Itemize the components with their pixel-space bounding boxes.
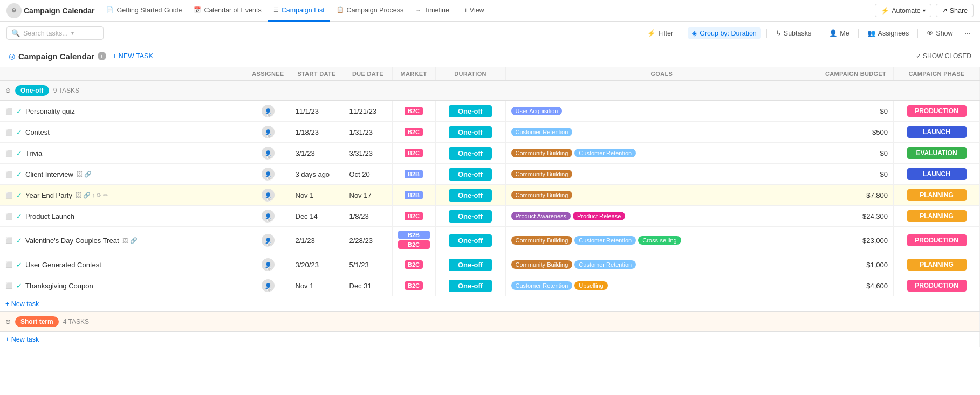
- goal-tag: Upselling: [574, 281, 607, 290]
- market-badge: B2C: [405, 107, 423, 115]
- assignee-cell: 👤: [252, 279, 284, 292]
- duration-cell: One-off: [435, 227, 505, 254]
- separator-2: [766, 29, 767, 38]
- goal-tag: Product Release: [573, 212, 625, 220]
- row-checkbox[interactable]: ⬜: [5, 171, 13, 178]
- task-name: Trivia: [25, 149, 42, 157]
- separator-5: [917, 29, 918, 38]
- goal-tag: Community Building: [511, 236, 573, 245]
- back-icon[interactable]: ◎: [9, 52, 15, 60]
- goals-cell: Community Building: [505, 185, 818, 206]
- goal-tag: Community Building: [511, 170, 573, 178]
- duration-badge: One-off: [449, 280, 492, 292]
- table-row: ⬜ ✓ Client Interview 🖼🔗 👤 3 days agoOct …: [0, 164, 980, 185]
- check-icon[interactable]: ✓: [16, 282, 22, 290]
- page-header: ◎ Campaign Calendar i + NEW TASK ✓ SHOW …: [0, 45, 980, 67]
- info-icon[interactable]: i: [98, 52, 106, 60]
- app-title: Campaign Calendar: [24, 6, 94, 15]
- goal-tag: Cross-selling: [638, 236, 681, 245]
- phase-badge: PLANNING: [907, 210, 967, 222]
- budget-cell: $7,800: [818, 185, 894, 206]
- subtasks-button[interactable]: ↳ Subtasks: [772, 27, 814, 39]
- goal-tag: Customer Retention: [574, 149, 636, 157]
- person-icon: 👤: [829, 29, 838, 37]
- separator-4: [858, 29, 859, 38]
- row-checkbox[interactable]: ⬜: [5, 192, 13, 199]
- row-checkbox[interactable]: ⬜: [5, 150, 13, 157]
- phase-badge: PLANNING: [907, 259, 967, 271]
- nav-tab-calendar-events[interactable]: 📅Calendar of Events: [188, 0, 266, 22]
- row-checkbox[interactable]: ⬜: [5, 108, 13, 115]
- task-action-icons: 🖼🔗: [77, 171, 92, 178]
- nav-tab-view[interactable]: + View: [456, 0, 490, 22]
- row-checkbox[interactable]: ⬜: [5, 237, 13, 244]
- share-button[interactable]: ↗ Share: [936, 4, 974, 17]
- show-button[interactable]: 👁 Show: [923, 28, 956, 39]
- phase-cell: PLANNING: [894, 206, 980, 227]
- group-by-button[interactable]: ◈ Group by: Duration: [688, 27, 761, 39]
- goal-tag: Customer Retention: [511, 128, 573, 136]
- check-icon[interactable]: ✓: [16, 128, 22, 136]
- row-checkbox[interactable]: ⬜: [5, 261, 13, 268]
- duration-cell: One-off: [435, 164, 505, 185]
- assignee-cell: 👤: [252, 258, 284, 271]
- start-date-cell: 1/18/23: [290, 122, 344, 143]
- new-task-button[interactable]: + NEW TASK: [109, 51, 156, 61]
- avatar-dot: [267, 267, 271, 271]
- automate-button[interactable]: ⚡ Automate ▾: [875, 4, 931, 17]
- phase-cell: PLANNING: [894, 254, 980, 275]
- row-checkbox[interactable]: ⬜: [5, 129, 13, 136]
- nav-tab-campaign-list[interactable]: ☰Campaign List: [268, 0, 330, 22]
- check-icon[interactable]: ✓: [16, 212, 22, 220]
- new-task-link[interactable]: + New task: [5, 336, 39, 343]
- table-row: ⬜ ✓ Thanksgiving Coupon 👤 Nov 1Dec 31B2C…: [0, 275, 980, 296]
- filter-button[interactable]: ⚡ Filter: [644, 27, 676, 39]
- avatar-dot: [267, 218, 271, 223]
- start-date-cell: 3/20/23: [290, 254, 344, 275]
- me-button[interactable]: 👤 Me: [826, 27, 852, 39]
- row-checkbox[interactable]: ⬜: [5, 282, 13, 289]
- automate-icon: ⚡: [881, 6, 889, 15]
- budget-cell: $1,000: [818, 254, 894, 275]
- tab-icon: 📋: [337, 6, 344, 13]
- market-badge: B2B: [398, 231, 430, 239]
- assignees-button[interactable]: 👥 Assignees: [864, 27, 913, 39]
- assignee-cell: 👤: [252, 210, 284, 223]
- task-name: Contest: [25, 128, 50, 136]
- check-icon[interactable]: ✓: [16, 107, 22, 115]
- check-icon[interactable]: ✓: [16, 191, 22, 199]
- goals-cell: Community BuildingCustomer Retention: [505, 254, 818, 275]
- budget-cell: $24,300: [818, 206, 894, 227]
- nav-tab-campaign-process[interactable]: 📋Campaign Process: [331, 0, 409, 22]
- more-button[interactable]: ···: [962, 28, 974, 39]
- check-icon[interactable]: ✓: [16, 237, 22, 245]
- group-header-short-term: ⊖ Short term 4 TASKS: [0, 311, 980, 332]
- row-checkbox[interactable]: ⬜: [5, 213, 13, 220]
- collapse-icon[interactable]: ⊖: [5, 87, 11, 94]
- task-name: Valentine's Day Couples Treat: [25, 237, 119, 245]
- due-date-cell: 1/31/23: [344, 122, 392, 143]
- new-task-link[interactable]: + New task: [5, 300, 39, 308]
- show-closed-button[interactable]: ✓ SHOW CLOSED: [916, 52, 971, 60]
- nav-tab-timeline[interactable]: →Timeline: [410, 0, 455, 22]
- budget-cell: $0: [818, 143, 894, 164]
- goal-tag: User Acquisition: [511, 107, 563, 115]
- phase-cell: PRODUCTION: [894, 227, 980, 254]
- check-icon[interactable]: ✓: [16, 170, 22, 178]
- nav-tab-getting-started[interactable]: 📄Getting Started Guide: [101, 0, 187, 22]
- search-box[interactable]: 🔍 Search tasks... ▾: [6, 26, 104, 40]
- group-header-one-off: ⊖ One-off 9 TASKS: [0, 81, 980, 101]
- budget-cell: $0: [818, 101, 894, 122]
- market-cell: B2C: [392, 101, 435, 122]
- collapse-icon[interactable]: ⊖: [5, 318, 11, 325]
- duration-cell: One-off: [435, 143, 505, 164]
- check-icon[interactable]: ✓: [16, 261, 22, 269]
- goals-cell: Community BuildingCustomer Retention: [505, 143, 818, 164]
- check-icon[interactable]: ✓: [16, 149, 22, 157]
- start-date-cell: 3/1/23: [290, 143, 344, 164]
- market-cell: B2C: [392, 254, 435, 275]
- nav-tabs: 📄Getting Started Guide📅Calendar of Event…: [101, 0, 873, 22]
- goals-cell: Community Building: [505, 164, 818, 185]
- market-badge: B2C: [405, 149, 423, 157]
- tab-icon: 📅: [194, 6, 201, 13]
